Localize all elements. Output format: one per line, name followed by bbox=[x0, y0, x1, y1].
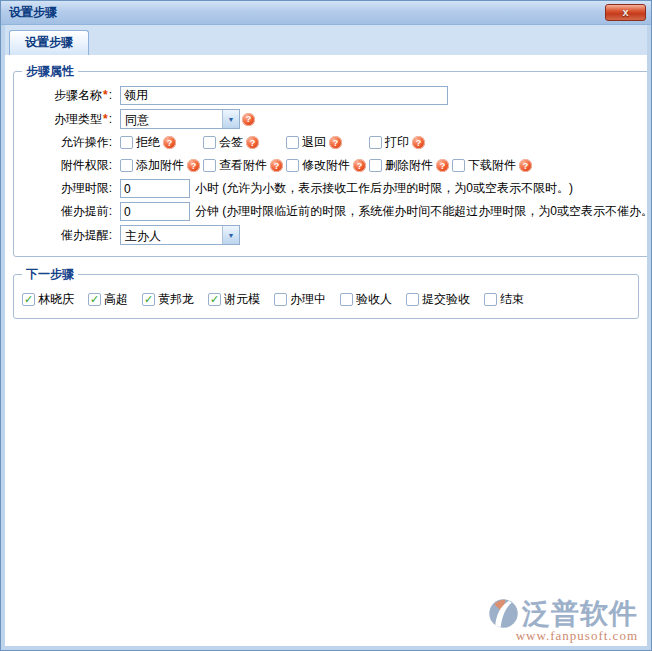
attachment-permissions-row: 附件权限: 添加附件 ? 查看附件 ? bbox=[22, 156, 647, 175]
next-steps-row: 林晓庆 高超 黄邦龙 bbox=[22, 290, 630, 309]
time-limit-input[interactable] bbox=[120, 179, 190, 198]
next-steps-legend: 下一步骤 bbox=[22, 266, 78, 283]
help-icon[interactable]: ? bbox=[412, 136, 425, 149]
checkbox-option: 添加附件 ? bbox=[120, 157, 203, 174]
checkbox-option: 会签 ? bbox=[203, 134, 286, 151]
checkbox-option: 下载附件 ? bbox=[452, 157, 535, 174]
remind-ahead-row: 催办提前: 分钟 (办理时限临近前的时限，系统催办时间不能超过办理时限，为0或空… bbox=[22, 202, 647, 221]
checkbox-option: 拒绝 ? bbox=[120, 134, 203, 151]
checkbox[interactable] bbox=[286, 159, 299, 172]
dialog-title: 设置步骤 bbox=[9, 4, 57, 21]
time-limit-hint: 小时 (允许为小数，表示接收工作后办理的时限，为0或空表示不限时。) bbox=[195, 180, 573, 197]
help-icon[interactable]: ? bbox=[519, 159, 532, 172]
brand-watermark: 泛普软件 www.fanpusoft.com bbox=[487, 597, 638, 644]
attachment-permissions-label: 附件权限: bbox=[22, 157, 112, 174]
dialog-titlebar: 设置步骤 x bbox=[1, 1, 651, 25]
checkbox-label: 高超 bbox=[104, 291, 128, 308]
checkbox-option: 删除附件 ? bbox=[369, 157, 452, 174]
remind-ahead-label: 催办提前: bbox=[22, 203, 112, 220]
checkbox[interactable] bbox=[369, 136, 382, 149]
checkbox[interactable] bbox=[484, 293, 497, 306]
process-type-row: 办理类型*: 同意 ▼ ? bbox=[22, 109, 647, 129]
checkbox[interactable] bbox=[203, 159, 216, 172]
allowed-operations-group: 拒绝 ? 会签 ? 退回 ? bbox=[120, 134, 452, 151]
checkbox-option: 验收人 bbox=[340, 291, 393, 308]
required-mark: * bbox=[103, 88, 108, 102]
checkbox-label: 打印 bbox=[385, 134, 409, 151]
help-icon[interactable]: ? bbox=[246, 136, 259, 149]
dialog-window: 设置步骤 x 设置步骤 步骤属性 步骤名称*: 办理类型*: 同意 ▼ ? 允许… bbox=[0, 0, 652, 651]
checkbox[interactable] bbox=[22, 293, 35, 306]
checkbox-option: 办理中 bbox=[274, 291, 327, 308]
next-steps-section: 下一步骤 林晓庆 高超 bbox=[13, 266, 639, 319]
checkbox-option: 黄邦龙 bbox=[142, 291, 195, 308]
brand-name: 泛普软件 bbox=[522, 600, 638, 628]
help-icon[interactable]: ? bbox=[436, 159, 449, 172]
process-type-select[interactable]: 同意 ▼ bbox=[120, 109, 240, 129]
step-properties-legend: 步骤属性 bbox=[22, 63, 78, 80]
checkbox-label: 退回 bbox=[302, 134, 326, 151]
tab-strip: 设置步骤 bbox=[5, 25, 647, 55]
help-icon[interactable]: ? bbox=[242, 113, 255, 126]
checkbox-label: 林晓庆 bbox=[38, 291, 74, 308]
checkbox-option: 高超 bbox=[88, 291, 129, 308]
help-icon[interactable]: ? bbox=[163, 136, 176, 149]
allowed-operations-label: 允许操作: bbox=[22, 134, 112, 151]
dropdown-arrow-icon[interactable]: ▼ bbox=[222, 226, 239, 244]
checkbox-label: 黄邦龙 bbox=[158, 291, 194, 308]
close-button[interactable]: x bbox=[605, 4, 646, 21]
checkbox-option: 林晓庆 bbox=[22, 291, 75, 308]
checkbox[interactable] bbox=[88, 293, 101, 306]
dropdown-arrow-icon[interactable]: ▼ bbox=[222, 110, 239, 128]
checkbox[interactable] bbox=[142, 293, 155, 306]
remind-target-select[interactable]: 主办人 ▼ bbox=[120, 225, 240, 245]
checkbox[interactable] bbox=[340, 293, 353, 306]
tab-set-steps[interactable]: 设置步骤 bbox=[9, 30, 89, 55]
checkbox-option: 查看附件 ? bbox=[203, 157, 286, 174]
checkbox[interactable] bbox=[452, 159, 465, 172]
step-name-row: 步骤名称*: bbox=[22, 86, 647, 105]
checkbox[interactable] bbox=[120, 136, 133, 149]
checkbox-option: 退回 ? bbox=[286, 134, 369, 151]
allowed-operations-row: 允许操作: 拒绝 ? 会签 ? bbox=[22, 133, 647, 152]
process-type-label: 办理类型*: bbox=[22, 111, 112, 128]
checkbox-label: 谢元模 bbox=[224, 291, 260, 308]
process-type-value: 同意 bbox=[121, 110, 222, 128]
help-icon[interactable]: ? bbox=[329, 136, 342, 149]
checkbox-label: 提交验收 bbox=[422, 291, 470, 308]
checkbox[interactable] bbox=[208, 293, 221, 306]
checkbox[interactable] bbox=[406, 293, 419, 306]
attachment-permissions-group: 添加附件 ? 查看附件 ? 修改附件 ? bbox=[120, 157, 535, 174]
checkbox-label: 下载附件 bbox=[468, 157, 516, 174]
checkbox-label: 办理中 bbox=[290, 291, 326, 308]
help-icon[interactable]: ? bbox=[270, 159, 283, 172]
checkbox[interactable] bbox=[274, 293, 287, 306]
checkbox[interactable] bbox=[120, 159, 133, 172]
checkbox-label: 修改附件 bbox=[302, 157, 350, 174]
step-name-input[interactable] bbox=[120, 86, 448, 105]
checkbox[interactable] bbox=[286, 136, 299, 149]
checkbox-label: 拒绝 bbox=[136, 134, 160, 151]
remind-ahead-input[interactable] bbox=[120, 202, 190, 221]
checkbox[interactable] bbox=[369, 159, 382, 172]
checkbox-option: 提交验收 bbox=[406, 291, 471, 308]
tab-label: 设置步骤 bbox=[25, 35, 73, 49]
checkbox-label: 添加附件 bbox=[136, 157, 184, 174]
brand-url: www.fanpusoft.com bbox=[487, 628, 638, 644]
brand-logo-icon bbox=[487, 597, 520, 630]
remind-target-value: 主办人 bbox=[121, 226, 222, 244]
remind-target-label: 催办提醒: bbox=[22, 227, 112, 244]
checkbox-label: 结束 bbox=[500, 291, 524, 308]
remind-target-row: 催办提醒: 主办人 ▼ bbox=[22, 225, 647, 245]
help-icon[interactable]: ? bbox=[187, 159, 200, 172]
help-icon[interactable]: ? bbox=[353, 159, 366, 172]
checkbox-option: 打印 ? bbox=[369, 134, 452, 151]
time-limit-row: 办理时限: 小时 (允许为小数，表示接收工作后办理的时限，为0或空表示不限时。) bbox=[22, 179, 647, 198]
checkbox-option: 谢元模 bbox=[208, 291, 261, 308]
checkbox-label: 会签 bbox=[219, 134, 243, 151]
next-steps-group: 林晓庆 高超 黄邦龙 bbox=[22, 291, 538, 308]
dialog-body: 步骤属性 步骤名称*: 办理类型*: 同意 ▼ ? 允许操作: bbox=[5, 55, 647, 646]
time-limit-label: 办理时限: bbox=[22, 180, 112, 197]
step-properties-section: 步骤属性 步骤名称*: 办理类型*: 同意 ▼ ? 允许操作: bbox=[13, 63, 647, 257]
checkbox[interactable] bbox=[203, 136, 216, 149]
